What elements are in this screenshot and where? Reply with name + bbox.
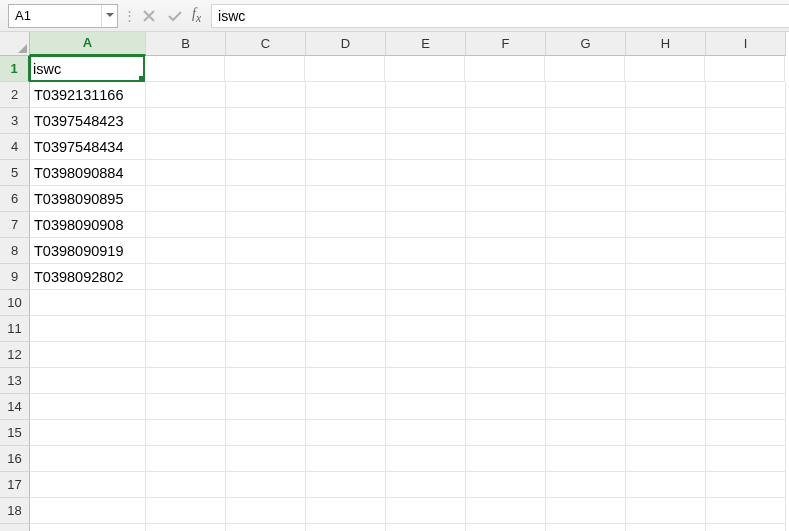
cell-E8[interactable] — [386, 238, 466, 264]
row-header-18[interactable]: 18 — [0, 498, 30, 524]
cell-B18[interactable] — [146, 498, 226, 524]
row-header-14[interactable]: 14 — [0, 394, 30, 420]
cell-B15[interactable] — [146, 420, 226, 446]
cell-H14[interactable] — [626, 394, 706, 420]
cell-D1[interactable] — [305, 56, 385, 82]
cell-E15[interactable] — [386, 420, 466, 446]
cell-G5[interactable] — [546, 160, 626, 186]
cell-A18[interactable] — [30, 498, 146, 524]
cell-C15[interactable] — [226, 420, 306, 446]
cell-A17[interactable] — [30, 472, 146, 498]
cell-G1[interactable] — [545, 56, 625, 82]
cell-D18[interactable] — [306, 498, 386, 524]
cell-G10[interactable] — [546, 290, 626, 316]
cell-B14[interactable] — [146, 394, 226, 420]
cell-A4[interactable]: T0397548434 — [30, 134, 146, 160]
cell-D3[interactable] — [306, 108, 386, 134]
cell-D6[interactable] — [306, 186, 386, 212]
cell-F3[interactable] — [466, 108, 546, 134]
row-header-3[interactable]: 3 — [0, 108, 30, 134]
cell-F12[interactable] — [466, 342, 546, 368]
cell-I4[interactable] — [706, 134, 786, 160]
cell-A1[interactable]: iswc — [29, 55, 145, 82]
row-header-5[interactable]: 5 — [0, 160, 30, 186]
cell-I16[interactable] — [706, 446, 786, 472]
cell-D4[interactable] — [306, 134, 386, 160]
cell-D7[interactable] — [306, 212, 386, 238]
cell-C12[interactable] — [226, 342, 306, 368]
row-header-9[interactable]: 9 — [0, 264, 30, 290]
cell-F4[interactable] — [466, 134, 546, 160]
cell-E14[interactable] — [386, 394, 466, 420]
cell-D14[interactable] — [306, 394, 386, 420]
cell-H11[interactable] — [626, 316, 706, 342]
cell-C6[interactable] — [226, 186, 306, 212]
row-header-7[interactable]: 7 — [0, 212, 30, 238]
cell-H9[interactable] — [626, 264, 706, 290]
cell-F11[interactable] — [466, 316, 546, 342]
cell-F5[interactable] — [466, 160, 546, 186]
cell-H4[interactable] — [626, 134, 706, 160]
cell-F16[interactable] — [466, 446, 546, 472]
cell-I14[interactable] — [706, 394, 786, 420]
cell-F9[interactable] — [466, 264, 546, 290]
cell-G16[interactable] — [546, 446, 626, 472]
cell-I1[interactable] — [705, 56, 785, 82]
cell-B9[interactable] — [146, 264, 226, 290]
row-header-8[interactable]: 8 — [0, 238, 30, 264]
cell-B12[interactable] — [146, 342, 226, 368]
cell-A3[interactable]: T0397548423 — [30, 108, 146, 134]
cell-H16[interactable] — [626, 446, 706, 472]
row-header-17[interactable]: 17 — [0, 472, 30, 498]
cell-F17[interactable] — [466, 472, 546, 498]
cell-C2[interactable] — [226, 82, 306, 108]
cell-H8[interactable] — [626, 238, 706, 264]
cell-E16[interactable] — [386, 446, 466, 472]
cell-G19[interactable] — [546, 524, 626, 531]
row-header-16[interactable]: 16 — [0, 446, 30, 472]
cell-I5[interactable] — [706, 160, 786, 186]
cell-D5[interactable] — [306, 160, 386, 186]
cell-I19[interactable] — [706, 524, 786, 531]
cell-A2[interactable]: T0392131166 — [30, 82, 146, 108]
cell-G6[interactable] — [546, 186, 626, 212]
cell-G12[interactable] — [546, 342, 626, 368]
cell-F6[interactable] — [466, 186, 546, 212]
cell-I15[interactable] — [706, 420, 786, 446]
cell-E5[interactable] — [386, 160, 466, 186]
select-all-corner[interactable] — [0, 32, 30, 56]
cell-H17[interactable] — [626, 472, 706, 498]
cell-H18[interactable] — [626, 498, 706, 524]
cell-E2[interactable] — [386, 82, 466, 108]
cell-E9[interactable] — [386, 264, 466, 290]
cell-H12[interactable] — [626, 342, 706, 368]
cell-D17[interactable] — [306, 472, 386, 498]
cell-G17[interactable] — [546, 472, 626, 498]
cell-H5[interactable] — [626, 160, 706, 186]
cell-F2[interactable] — [466, 82, 546, 108]
cell-F10[interactable] — [466, 290, 546, 316]
enter-button[interactable] — [162, 5, 188, 27]
cell-A13[interactable] — [30, 368, 146, 394]
row-header-19[interactable]: 19 — [0, 524, 30, 531]
cell-E11[interactable] — [386, 316, 466, 342]
cell-F1[interactable] — [465, 56, 545, 82]
cell-C18[interactable] — [226, 498, 306, 524]
cell-G2[interactable] — [546, 82, 626, 108]
row-header-11[interactable]: 11 — [0, 316, 30, 342]
cell-I17[interactable] — [706, 472, 786, 498]
cell-B19[interactable] — [146, 524, 226, 531]
row-header-10[interactable]: 10 — [0, 290, 30, 316]
cell-A6[interactable]: T0398090895 — [30, 186, 146, 212]
row-header-4[interactable]: 4 — [0, 134, 30, 160]
cell-D8[interactable] — [306, 238, 386, 264]
cell-D11[interactable] — [306, 316, 386, 342]
cell-C19[interactable] — [226, 524, 306, 531]
name-box-dropdown[interactable] — [101, 5, 117, 27]
cell-H2[interactable] — [626, 82, 706, 108]
name-box[interactable] — [9, 5, 101, 27]
cell-H19[interactable] — [626, 524, 706, 531]
cell-A5[interactable]: T0398090884 — [30, 160, 146, 186]
cell-B10[interactable] — [146, 290, 226, 316]
cell-F19[interactable] — [466, 524, 546, 531]
